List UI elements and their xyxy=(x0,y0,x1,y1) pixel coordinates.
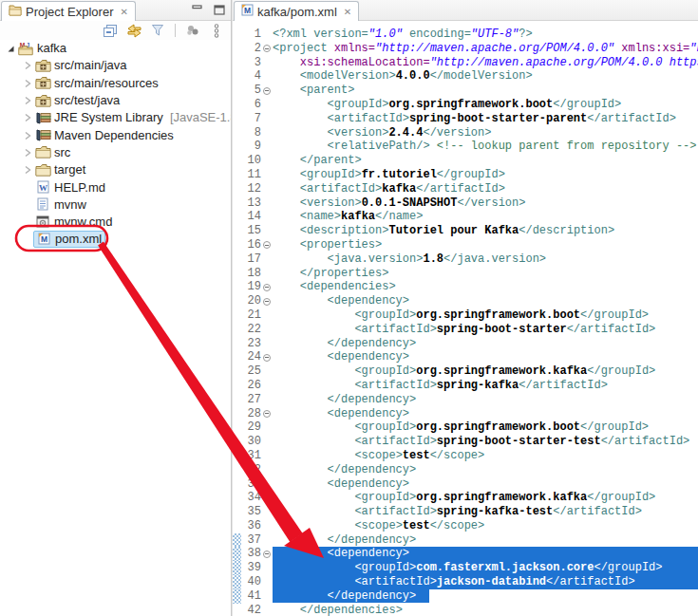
code-text[interactable]: <version>0.0.1-SNAPSHOT</version> xyxy=(273,196,698,211)
code-text[interactable]: <java.version>1.8</java.version> xyxy=(273,252,698,267)
code-line-5[interactable]: 5 <parent> xyxy=(233,84,698,98)
code-text[interactable]: <groupId>fr.tutoriel</groupId> xyxy=(273,168,698,182)
fold-collapse-icon[interactable] xyxy=(263,280,273,294)
tree-item-pom-xml[interactable]: Mpom.xml xyxy=(0,231,231,248)
code-line-16[interactable]: 16 <properties> xyxy=(233,238,698,252)
minimize-view-button[interactable] xyxy=(191,4,203,15)
code-line-3[interactable]: 3 xsi:schemaLocation="http://maven.apach… xyxy=(233,56,698,70)
tree-item-mvnw-cmd[interactable]: mvnw.cmd xyxy=(0,214,231,231)
code-text[interactable]: </dependency> xyxy=(273,589,698,604)
code-line-22[interactable]: 22 <artifactId>spring-boot-starter</arti… xyxy=(233,323,698,337)
code-line-19[interactable]: 19 <dependencies> xyxy=(233,280,698,294)
tree-collapsed-arrow-icon[interactable] xyxy=(21,96,33,105)
code-text[interactable]: <groupId>com.fasterxml.jackson.core</gro… xyxy=(273,561,698,575)
tree-collapsed-arrow-icon[interactable] xyxy=(21,165,33,175)
filter-icon[interactable] xyxy=(149,22,166,39)
code-text[interactable]: <groupId>org.springframework.kafka</grou… xyxy=(273,491,698,505)
code-text[interactable]: <dependencies> xyxy=(273,280,698,294)
code-line-12[interactable]: 12 <artifactId>kafka</artifactId> xyxy=(233,182,698,196)
code-line-9[interactable]: 9 <relativePath/> <!-- lookup parent fro… xyxy=(233,140,698,154)
tree-item-src-test-java[interactable]: src/test/java xyxy=(0,92,231,109)
code-line-30[interactable]: 30 <artifactId>spring-boot-starter-test<… xyxy=(233,435,698,449)
code-text[interactable]: <artifactId>spring-kafka</artifactId> xyxy=(273,379,698,393)
code-text[interactable]: <version>2.4.4</version> xyxy=(273,126,698,140)
code-line-37[interactable]: 37 </dependency> xyxy=(233,533,698,548)
code-line-40[interactable]: 40 <artifactId>jackson-databind</artifac… xyxy=(233,575,698,589)
code-line-4[interactable]: 4 <modelVersion>4.0.0</modelVersion> xyxy=(233,69,698,84)
code-text[interactable]: <scope>test</scope> xyxy=(273,519,698,533)
collapse-all-icon[interactable] xyxy=(102,22,119,39)
code-line-31[interactable]: 31 <scope>test</scope> xyxy=(233,449,698,463)
code-text[interactable]: <dependency> xyxy=(273,350,698,364)
code-line-14[interactable]: 14 <name>kafka</name> xyxy=(233,210,698,224)
explorer-tab-close-icon[interactable]: ✕ xyxy=(120,7,127,17)
code-line-35[interactable]: 35 <artifactId>spring-kafka-test</artifa… xyxy=(233,505,698,519)
code-line-6[interactable]: 6 <groupId>org.springframework.boot</gro… xyxy=(233,98,698,112)
code-line-2[interactable]: 2<project xmlns="http://maven.apache.org… xyxy=(233,42,698,56)
code-text[interactable]: <?xml version="1.0" encoding="UTF-8"?> xyxy=(273,28,698,42)
code-line-36[interactable]: 36 <scope>test</scope> xyxy=(233,519,698,533)
link-with-editor-icon[interactable] xyxy=(125,22,142,39)
code-line-21[interactable]: 21 <groupId>org.springframework.boot</gr… xyxy=(233,308,698,323)
fold-collapse-icon[interactable] xyxy=(263,42,273,56)
tree-collapsed-arrow-icon[interactable] xyxy=(21,113,33,122)
code-text[interactable]: <project xmlns="http://maven.apache.org/… xyxy=(273,42,698,56)
code-text[interactable]: </dependency> xyxy=(273,393,698,407)
tree-item-maven-dependencies[interactable]: Maven Dependencies xyxy=(0,126,231,143)
code-text[interactable]: <dependency> xyxy=(273,294,698,308)
code-text[interactable]: <description>Tutoriel pour Kafka</descri… xyxy=(273,224,698,238)
tab-project-explorer[interactable]: Project Explorer ✕ xyxy=(1,1,136,21)
tree-collapsed-arrow-icon[interactable] xyxy=(21,79,33,88)
tree-collapsed-arrow-icon[interactable] xyxy=(21,131,33,140)
code-line-42[interactable]: 42 </dependencies> xyxy=(233,604,698,616)
code-line-25[interactable]: 25 <groupId>org.springframework.kafka</g… xyxy=(233,364,698,379)
code-text[interactable]: <artifactId>spring-boot-starter-test</ar… xyxy=(273,435,698,449)
code-text[interactable]: </dependencies> xyxy=(273,604,698,616)
tree-expanded-arrow-icon[interactable] xyxy=(4,44,16,53)
code-text[interactable]: <dependency> xyxy=(273,477,698,492)
code-line-7[interactable]: 7 <artifactId>spring-boot-starter-parent… xyxy=(233,112,698,126)
code-line-41[interactable]: 41 </dependency> xyxy=(233,589,698,604)
code-text[interactable]: <groupId>org.springframework.boot</group… xyxy=(273,98,698,112)
code-text[interactable]: <groupId>org.springframework.boot</group… xyxy=(273,420,698,435)
tree-collapsed-arrow-icon[interactable] xyxy=(21,61,33,70)
code-text[interactable]: <artifactId>spring-kafka-test</artifactI… xyxy=(273,505,698,519)
fold-collapse-icon[interactable] xyxy=(263,547,273,561)
code-text[interactable]: <artifactId>kafka</artifactId> xyxy=(273,182,698,196)
code-line-24[interactable]: 24 <dependency> xyxy=(233,350,698,364)
code-text[interactable]: </dependency> xyxy=(273,337,698,351)
fold-collapse-icon[interactable] xyxy=(263,407,273,421)
tree-item-src-main-java[interactable]: src/main/java xyxy=(0,57,231,74)
code-text[interactable]: xsi:schemaLocation="http://maven.apache.… xyxy=(273,56,698,70)
code-text[interactable]: <artifactId>spring-boot-starter-parent</… xyxy=(273,112,698,126)
maximize-view-button[interactable] xyxy=(213,4,225,15)
code-line-20[interactable]: 20 <dependency> xyxy=(233,294,698,308)
code-line-10[interactable]: 10 </parent> xyxy=(233,154,698,168)
code-text[interactable]: </dependency> xyxy=(273,533,698,548)
code-text[interactable]: <relativePath/> <!-- lookup parent from … xyxy=(273,140,698,154)
code-text[interactable]: <artifactId>jackson-databind</artifactId… xyxy=(273,575,698,589)
code-text[interactable]: </parent> xyxy=(273,154,698,168)
tree-item-mvnw[interactable]: mvnw xyxy=(0,196,231,214)
tree-item-src[interactable]: src xyxy=(0,144,231,161)
code-line-11[interactable]: 11 <groupId>fr.tutoriel</groupId> xyxy=(233,168,698,182)
code-text[interactable]: <parent> xyxy=(273,84,698,98)
code-line-32[interactable]: 32 </dependency> xyxy=(233,463,698,477)
fold-collapse-icon[interactable] xyxy=(263,84,273,98)
view-menu-icon[interactable] xyxy=(208,22,225,39)
tree-item-jre-system-library[interactable]: JRE System Library[JavaSE-1.8] xyxy=(0,109,231,126)
code-text[interactable]: <scope>test</scope> xyxy=(273,449,698,463)
code-text[interactable]: <artifactId>spring-boot-starter</artifac… xyxy=(273,323,698,337)
code-line-28[interactable]: 28 <dependency> xyxy=(233,407,698,421)
code-line-23[interactable]: 23 </dependency> xyxy=(233,337,698,351)
code-text[interactable]: <dependency> xyxy=(273,547,698,561)
editor-tab-close-icon[interactable]: ✕ xyxy=(344,7,351,17)
code-line-8[interactable]: 8 <version>2.4.4</version> xyxy=(233,126,698,140)
tree-item-kafka[interactable]: MJkafka xyxy=(0,40,231,57)
code-line-29[interactable]: 29 <groupId>org.springframework.boot</gr… xyxy=(233,420,698,435)
tree-collapsed-arrow-icon[interactable] xyxy=(21,148,33,158)
code-line-26[interactable]: 26 <artifactId>spring-kafka</artifactId> xyxy=(233,379,698,393)
code-line-17[interactable]: 17 <java.version>1.8</java.version> xyxy=(233,252,698,267)
code-text[interactable]: <name>kafka</name> xyxy=(273,210,698,224)
code-line-15[interactable]: 15 <description>Tutoriel pour Kafka</des… xyxy=(233,224,698,238)
